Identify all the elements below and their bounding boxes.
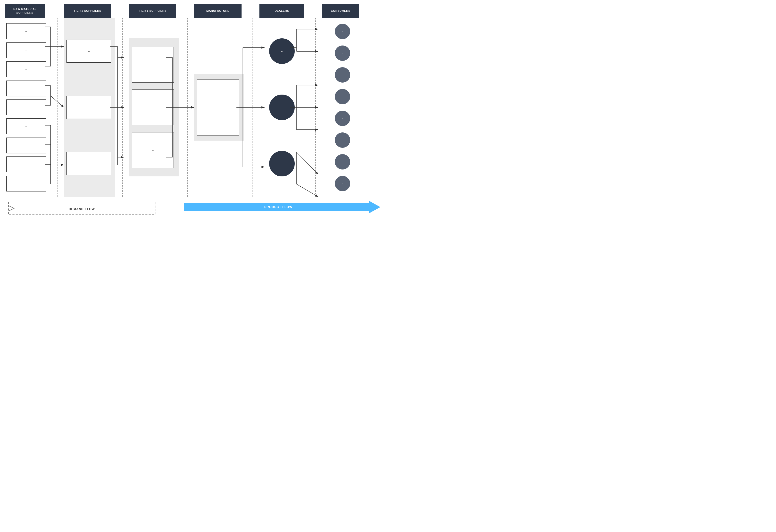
dealers-label: DEALERS bbox=[274, 9, 289, 13]
raw-box-1: -- bbox=[6, 23, 46, 39]
raw-material-content: -- -- -- -- -- -- -- -- -- bbox=[5, 18, 50, 197]
raw-box-5: -- bbox=[6, 100, 46, 115]
sep-5 bbox=[308, 4, 322, 197]
mfg-inner: -- bbox=[194, 74, 244, 141]
sep-1 bbox=[50, 4, 64, 197]
raw-box-4: -- bbox=[6, 80, 46, 97]
consumer-circle-8: -- bbox=[335, 176, 350, 191]
tier2-box-2: -- bbox=[66, 96, 111, 119]
tier2-column: TIER 2 SUPPLIERS -- -- -- bbox=[64, 4, 115, 197]
product-flow-area: PRODUCT FLOW bbox=[184, 201, 380, 217]
dashed-line-1 bbox=[57, 18, 57, 197]
manufacture-header: MANUFACTURE bbox=[194, 4, 241, 18]
consumer-circle-7: -- bbox=[335, 154, 350, 170]
tier1-content: -- -- -- bbox=[129, 18, 179, 197]
demand-flow-label: DEMAND FLOW bbox=[69, 207, 95, 211]
consumers-label: CONSUMERS bbox=[331, 9, 350, 13]
dashed-line-3 bbox=[187, 18, 188, 197]
consumer-circle-5: -- bbox=[335, 111, 350, 126]
tier1-header: TIER 1 SUPPLIERS bbox=[129, 4, 176, 18]
dealer-circle-1: -- bbox=[269, 38, 295, 64]
raw-box-9: -- bbox=[6, 176, 46, 191]
raw-box-8: -- bbox=[6, 156, 46, 172]
tier2-box-1: -- bbox=[66, 40, 111, 63]
tier2-content: -- -- -- bbox=[64, 18, 115, 197]
sep-4 bbox=[245, 4, 259, 197]
consumer-circle-2: -- bbox=[335, 45, 350, 61]
dashed-line-4 bbox=[252, 18, 253, 197]
sep-3 bbox=[180, 4, 194, 197]
tier2-box-3: -- bbox=[66, 152, 111, 175]
dashed-line-2 bbox=[122, 18, 123, 197]
raw-box-2: -- bbox=[6, 42, 46, 58]
consumers-column: CONSUMERS -- -- -- -- -- -- -- -- bbox=[322, 4, 363, 197]
consumer-circle-6: -- bbox=[335, 133, 350, 148]
product-arrow: PRODUCT FLOW bbox=[184, 201, 380, 213]
svg-marker-48 bbox=[9, 206, 14, 211]
tier1-box-3: -- bbox=[132, 132, 174, 168]
tier2-header: TIER 2 SUPPLIERS bbox=[64, 4, 111, 18]
raw-material-column: RAW MATERIAL SUPPLIERS -- -- -- -- -- --… bbox=[5, 4, 50, 197]
tier2-label: TIER 2 SUPPLIERS bbox=[74, 9, 102, 13]
manufacture-column: MANUFACTURE -- bbox=[194, 4, 245, 197]
dashed-line-5 bbox=[315, 18, 316, 197]
dealers-column: DEALERS -- -- -- bbox=[259, 4, 308, 197]
dealers-header: DEALERS bbox=[259, 4, 304, 18]
consumer-circle-4: -- bbox=[335, 89, 350, 104]
mfg-content: -- bbox=[194, 18, 244, 197]
tier1-label: TIER 1 SUPPLIERS bbox=[139, 9, 167, 13]
raw-material-label: RAW MATERIAL SUPPLIERS bbox=[7, 7, 43, 15]
mfg-box: -- bbox=[197, 79, 239, 136]
raw-box-3: -- bbox=[6, 61, 46, 77]
page-wrapper: RAW MATERIAL SUPPLIERS -- -- -- -- -- --… bbox=[0, 0, 388, 221]
consumer-circle-3: -- bbox=[335, 67, 350, 82]
tier1-box-1: -- bbox=[132, 47, 174, 82]
raw-material-header: RAW MATERIAL SUPPLIERS bbox=[5, 4, 45, 18]
diagram-layout: RAW MATERIAL SUPPLIERS -- -- -- -- -- --… bbox=[5, 4, 383, 197]
tier1-box-2: -- bbox=[132, 90, 174, 125]
tier1-inner: -- -- -- bbox=[129, 38, 179, 176]
raw-box-7: -- bbox=[6, 138, 46, 153]
raw-box-6: -- bbox=[6, 118, 46, 134]
flow-row: DEMAND FLOW PRODUCT FLOW bbox=[5, 201, 383, 217]
consumers-content: -- -- -- -- -- -- -- -- bbox=[322, 18, 363, 197]
dealers-content: -- -- -- bbox=[259, 18, 304, 197]
consumers-header: CONSUMERS bbox=[322, 4, 359, 18]
product-flow-label: PRODUCT FLOW bbox=[264, 205, 293, 209]
demand-flow-area: DEMAND FLOW bbox=[8, 201, 156, 217]
sep-2 bbox=[115, 4, 129, 197]
dealer-circle-3: -- bbox=[269, 151, 295, 176]
dealer-circle-2: -- bbox=[269, 95, 295, 120]
consumer-circle-1: -- bbox=[335, 24, 350, 39]
manufacture-label: MANUFACTURE bbox=[206, 9, 229, 13]
tier1-column: TIER 1 SUPPLIERS -- -- -- bbox=[129, 4, 180, 197]
